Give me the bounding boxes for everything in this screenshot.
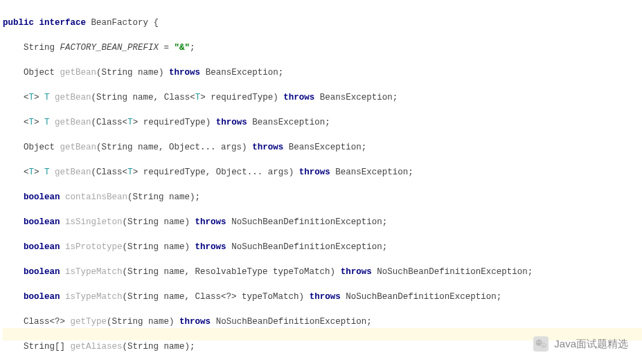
svg-point-1 [541, 343, 546, 348]
line-7: <T> T getBean(Class<T> requiredType, Obj… [3, 167, 413, 177]
line-9: boolean isSingleton(String name) throws … [3, 217, 387, 227]
watermark: Java面试题精选 [533, 336, 628, 352]
line-5: <T> T getBean(Class<T> requiredType) thr… [3, 118, 330, 127]
svg-point-3 [540, 342, 541, 343]
code-block: public interface BeanFactory { String FA… [0, 0, 642, 364]
svg-point-2 [537, 342, 538, 343]
svg-point-5 [544, 344, 545, 345]
line-12: boolean isTypeMatch(String name, Class<?… [3, 292, 501, 302]
line-1: public interface BeanFactory { [3, 18, 159, 28]
watermark-text: Java面试题精选 [554, 338, 628, 350]
wechat-icon [533, 336, 549, 352]
line-3: Object getBean(String name) throws Beans… [3, 68, 283, 78]
line-10: boolean isPrototype(String name) throws … [3, 242, 387, 252]
line-13: Class<?> getType(String name) throws NoS… [3, 317, 372, 327]
line-2: String FACTORY_BEAN_PREFIX = "&"; [3, 43, 195, 53]
line-14: String[] getAliases(String name); [3, 342, 195, 352]
svg-point-4 [542, 344, 543, 345]
line-6: Object getBean(String name, Object... ar… [3, 143, 366, 152]
line-8: boolean containsBean(String name); [3, 192, 200, 202]
line-4: <T> T getBean(String name, Class<T> requ… [3, 93, 398, 102]
line-11: boolean isTypeMatch(String name, Resolva… [3, 267, 533, 277]
